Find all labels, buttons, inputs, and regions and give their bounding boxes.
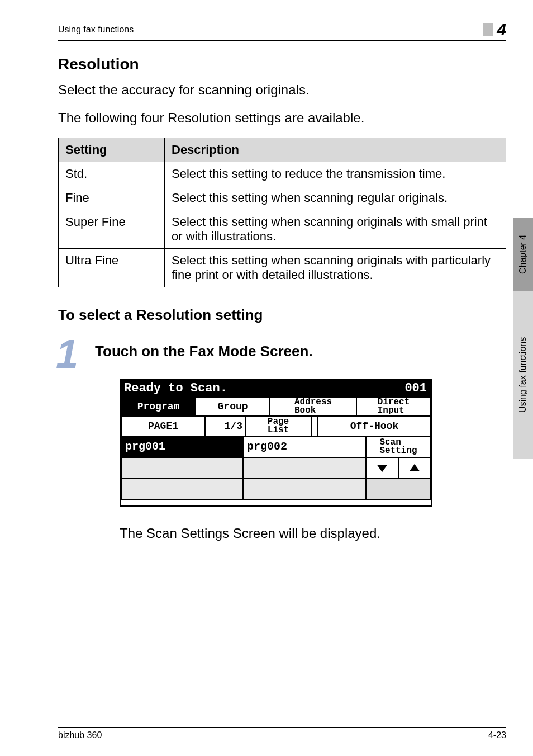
lcd-row-arrows [121, 458, 431, 479]
step-1: 1 Touch on the Fax Mode Screen. [58, 336, 506, 372]
subsection-title: To select a Resolution setting [58, 306, 506, 324]
desc-cell: Select this setting when scanning origin… [165, 210, 506, 248]
desc-cell: Select this setting to reduce the transm… [165, 162, 506, 186]
lcd-page-count: 1/3 [206, 417, 246, 437]
footer-page-number: 4-23 [488, 730, 506, 740]
side-section-label: Using fax functions [513, 291, 533, 459]
lcd-gap [312, 417, 317, 437]
intro-paragraph-2: The following four Resolution settings a… [58, 109, 506, 127]
setting-cell: Ultra Fine [59, 248, 165, 287]
lcd-tab-address-book[interactable]: Address Book [270, 396, 357, 417]
svg-marker-0 [377, 465, 387, 472]
lcd-row-programs: prg001 prg002 Scan Setting [121, 437, 431, 458]
footer-model: bizhub 360 [58, 730, 102, 740]
after-image-text: The Scan Settings Screen will be display… [120, 526, 506, 541]
lcd-tab-row: Program Group Address Book Direct Input [121, 396, 431, 417]
lcd-off-hook-button[interactable]: Off-Hook [317, 417, 431, 437]
fax-lcd-illustration: Ready to Scan. 001 Program Group Address… [120, 379, 432, 507]
lcd-tab-direct-input[interactable]: Direct Input [357, 396, 431, 417]
table-row: Std. Select this setting to reduce the t… [59, 162, 506, 186]
lcd-status-count: 001 [404, 381, 427, 395]
arrow-down-icon[interactable] [367, 458, 399, 478]
arrow-up-icon[interactable] [399, 458, 430, 478]
svg-marker-1 [410, 464, 420, 471]
side-chapter-label: Chapter 4 [513, 218, 533, 291]
lcd-empty-cell [121, 458, 244, 479]
lcd-status-bar: Ready to Scan. 001 [121, 380, 431, 396]
lcd-prg001-selected[interactable]: prg001 [121, 437, 244, 458]
lcd-tab-program[interactable]: Program [121, 396, 196, 417]
lcd-scan-setting-button[interactable]: Scan Setting [367, 437, 431, 458]
lcd-empty-cell [244, 479, 367, 500]
lcd-page-list-button[interactable]: Page List [246, 417, 312, 437]
setting-cell: Super Fine [59, 210, 165, 248]
table-head-setting: Setting [59, 138, 165, 162]
step-number: 1 [56, 336, 78, 372]
section-title: Resolution [58, 55, 506, 73]
lcd-tab-group[interactable]: Group [196, 396, 270, 417]
setting-cell: Fine [59, 186, 165, 210]
table-row: Super Fine Select this setting when scan… [59, 210, 506, 248]
step-text: Touch on the Fax Mode Screen. [95, 336, 313, 360]
header-chapter-wrap: 4 [483, 20, 506, 39]
lcd-row-bottom [121, 479, 431, 500]
table-head-description: Description [165, 138, 506, 162]
resolution-settings-table: Setting Description Std. Select this set… [58, 138, 506, 287]
header-chapter-number: 4 [497, 20, 506, 39]
setting-cell: Std. [59, 162, 165, 186]
desc-cell: Select this setting when scanning origin… [165, 248, 506, 287]
lcd-scroll-arrows [367, 458, 431, 479]
table-row: Fine Select this setting when scanning r… [59, 186, 506, 210]
table-row: Ultra Fine Select this setting when scan… [59, 248, 506, 287]
lcd-empty-cell [244, 458, 367, 479]
page-footer: bizhub 360 4-23 [58, 727, 506, 740]
page-header: Using fax functions 4 [58, 20, 506, 41]
lcd-row-page: PAGE1 1/3 Page List Off-Hook [121, 417, 431, 437]
lcd-status-text: Ready to Scan. [124, 381, 227, 395]
lcd-prg002[interactable]: prg002 [244, 437, 367, 458]
header-tab-decoration [483, 23, 493, 36]
lcd-empty-cell [367, 479, 431, 500]
lcd-empty-cell [121, 479, 244, 500]
lcd-page-label: PAGE1 [121, 417, 206, 437]
side-thumb-tab: Chapter 4 Using fax functions [513, 218, 533, 459]
desc-cell: Select this setting when scanning regula… [165, 186, 506, 210]
intro-paragraph-1: Select the accuracy for scanning origina… [58, 81, 506, 99]
header-section: Using fax functions [58, 25, 134, 35]
